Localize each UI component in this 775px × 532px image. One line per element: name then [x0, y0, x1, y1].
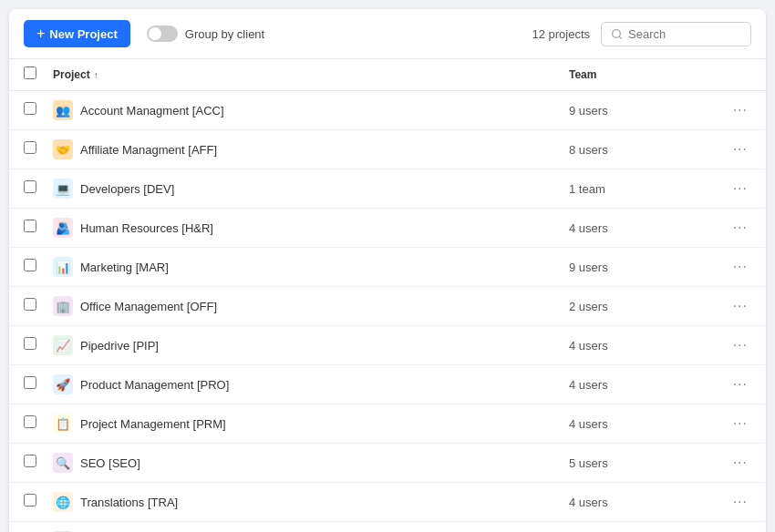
- table-body: 👥 Account Managment [ACC] 9 users ··· 🤝 …: [9, 91, 766, 532]
- project-cell: 🤝 Affiliate Managment [AFF]: [53, 139, 569, 159]
- row-checkbox[interactable]: [24, 180, 36, 193]
- row-checkbox[interactable]: [24, 455, 36, 467]
- project-icon: 📊: [53, 257, 73, 277]
- search-box: [601, 22, 751, 46]
- plus-icon: +: [36, 26, 45, 41]
- row-checkbox[interactable]: [24, 415, 36, 428]
- team-cell: 4 users: [569, 417, 715, 431]
- sort-arrow-icon: ↑: [94, 70, 98, 80]
- more-options-button[interactable]: ···: [729, 453, 751, 473]
- more-options-button[interactable]: ···: [729, 179, 751, 199]
- more-options-button[interactable]: ···: [729, 296, 751, 316]
- row-actions-cell: ···: [715, 296, 751, 316]
- more-options-button[interactable]: ···: [729, 139, 751, 159]
- table-row: 🏢 Office Management [OFF] 2 users ···: [9, 287, 766, 326]
- project-cell: 🔍 SEO [SEO]: [53, 453, 569, 473]
- row-actions-cell: ···: [715, 257, 751, 277]
- row-actions-cell: ···: [715, 414, 751, 434]
- project-icon: 🔍: [53, 453, 73, 473]
- search-icon: [611, 28, 623, 40]
- row-checkbox[interactable]: [24, 376, 36, 389]
- project-cell: 🌐 Translations [TRA]: [53, 492, 569, 512]
- search-input[interactable]: [628, 27, 741, 41]
- row-checkbox-cell: [24, 455, 53, 471]
- row-actions-cell: ···: [715, 100, 751, 120]
- more-options-button[interactable]: ···: [729, 335, 751, 355]
- more-options-button[interactable]: ···: [729, 374, 751, 394]
- table-row: 📈 Pipedrive [PIP] 4 users ···: [9, 326, 766, 365]
- more-options-button[interactable]: ···: [729, 100, 751, 120]
- table-row: 👥 Account Managment [ACC] 9 users ···: [9, 91, 766, 130]
- projects-container: + New Project Group by client 12 project…: [9, 9, 766, 532]
- row-checkbox[interactable]: [24, 259, 36, 271]
- row-checkbox-cell: [24, 337, 53, 353]
- project-cell: 🚀 Product Management [PRO]: [53, 374, 569, 394]
- project-column-header: Project ↑: [53, 68, 569, 81]
- team-cell: 2 users: [569, 300, 715, 313]
- row-checkbox-cell: [24, 298, 53, 314]
- project-cell: 🫂 Human Resources [H&R]: [53, 218, 569, 238]
- project-icon: 🤝: [53, 139, 73, 159]
- project-icon: 🏢: [53, 296, 73, 316]
- more-options-button[interactable]: ···: [729, 257, 751, 277]
- project-name: Human Resources [H&R]: [80, 221, 213, 235]
- row-checkbox-cell: [24, 259, 53, 275]
- project-name: Product Management [PRO]: [80, 378, 229, 392]
- project-name: Developers [DEV]: [80, 182, 174, 196]
- team-cell: 1 team: [569, 182, 715, 196]
- project-name: Marketing [MAR]: [80, 261, 169, 274]
- group-by-toggle[interactable]: [147, 26, 178, 42]
- group-by-label: Group by client: [185, 27, 264, 41]
- table-row: 🤝 Affiliate Managment [AFF] 8 users ···: [9, 130, 766, 169]
- project-cell: 📊 Marketing [MAR]: [53, 257, 569, 277]
- project-icon: 📈: [53, 335, 73, 355]
- more-options-button[interactable]: ···: [729, 218, 751, 238]
- toolbar-right: 12 projects: [532, 22, 751, 46]
- table-row: 📋 Project Management [PRM] 4 users ···: [9, 404, 766, 444]
- row-checkbox[interactable]: [24, 337, 36, 350]
- row-checkbox-cell: [24, 376, 53, 393]
- row-checkbox[interactable]: [24, 220, 36, 232]
- new-project-button[interactable]: + New Project: [24, 20, 130, 47]
- new-project-label: New Project: [49, 27, 117, 41]
- team-cell: 8 users: [569, 143, 715, 157]
- table-row: 🏭 Workplace [WOR] 1 team ···: [9, 522, 766, 532]
- row-checkbox[interactable]: [24, 494, 36, 506]
- team-cell: 9 users: [569, 104, 715, 118]
- row-checkbox[interactable]: [24, 141, 36, 154]
- table-row: 🫂 Human Resources [H&R] 4 users ···: [9, 209, 766, 248]
- project-icon: 📋: [53, 414, 73, 434]
- project-cell: 💻 Developers [DEV]: [53, 179, 569, 199]
- table-row: 💻 Developers [DEV] 1 team ···: [9, 169, 766, 209]
- table-row: 🌐 Translations [TRA] 4 users ···: [9, 483, 766, 522]
- project-name: Project Management [PRM]: [80, 417, 226, 431]
- project-cell: 📈 Pipedrive [PIP]: [53, 335, 569, 355]
- projects-count: 12 projects: [532, 27, 590, 41]
- select-all-checkbox[interactable]: [24, 66, 36, 79]
- table-row: 🔍 SEO [SEO] 5 users ···: [9, 444, 766, 483]
- project-cell: 📋 Project Management [PRM]: [53, 414, 569, 434]
- project-name: Translations [TRA]: [80, 496, 178, 509]
- project-name: Account Managment [ACC]: [80, 104, 224, 118]
- row-checkbox-cell: [24, 180, 53, 197]
- table-header: Project ↑ Team: [9, 59, 766, 91]
- toolbar: + New Project Group by client 12 project…: [9, 9, 766, 59]
- project-icon: 👥: [53, 100, 73, 120]
- row-checkbox-cell: [24, 415, 53, 432]
- team-cell: 4 users: [569, 221, 715, 235]
- project-icon: 🌐: [53, 492, 73, 512]
- more-options-button[interactable]: ···: [729, 492, 751, 512]
- project-icon: 🚀: [53, 374, 73, 394]
- more-options-button[interactable]: ···: [729, 414, 751, 434]
- table-row: 🚀 Product Management [PRO] 4 users ···: [9, 365, 766, 404]
- row-checkbox-cell: [24, 141, 53, 158]
- team-cell: 5 users: [569, 456, 715, 470]
- project-name: Pipedrive [PIP]: [80, 339, 159, 353]
- row-actions-cell: ···: [715, 335, 751, 355]
- project-header-label: Project: [53, 68, 90, 81]
- row-checkbox-cell: [24, 494, 53, 510]
- row-actions-cell: ···: [715, 374, 751, 394]
- row-actions-cell: ···: [715, 179, 751, 199]
- row-checkbox[interactable]: [24, 298, 36, 311]
- row-checkbox[interactable]: [24, 102, 36, 115]
